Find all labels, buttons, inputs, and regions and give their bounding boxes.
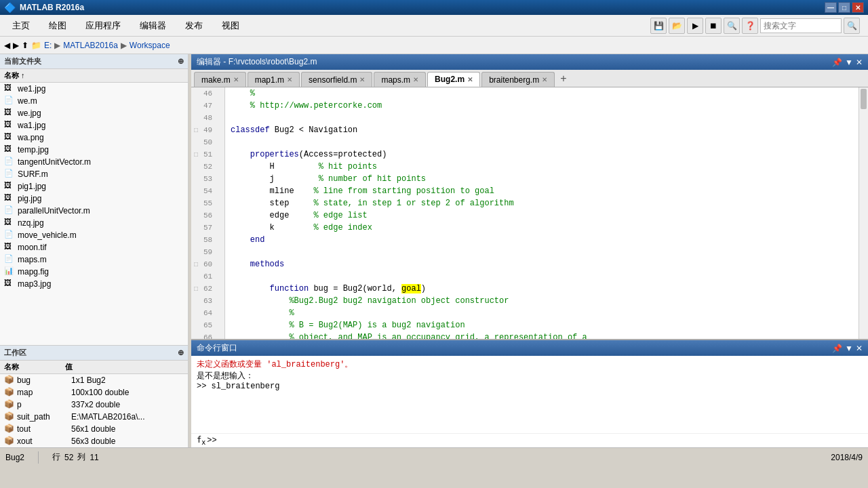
search-input[interactable] <box>760 18 842 33</box>
tab-close-icon[interactable]: ✕ <box>359 76 365 83</box>
file-item[interactable]: 🖼we1.jpg <box>0 83 188 95</box>
workspace-item[interactable]: 📦suit_pathE:\MATLAB2016a\... <box>0 411 188 423</box>
nav-forward[interactable]: ▶ <box>13 41 19 50</box>
ws-col-name[interactable]: 名称 <box>4 362 65 372</box>
file-item[interactable]: 📄tangentUnitVector.m <box>0 156 188 168</box>
file-type-icon: 📄 <box>4 254 15 265</box>
editor-tab-Bug2m[interactable]: Bug2.m✕ <box>427 72 480 87</box>
menu-plot[interactable]: 绘图 <box>39 17 76 35</box>
menu-editor[interactable]: 编辑器 <box>130 17 176 35</box>
collapse-icon[interactable]: □ <box>194 285 202 293</box>
editor-collapse[interactable]: ▼ <box>845 58 853 67</box>
toolbar-icon-6[interactable]: ❓ <box>742 18 758 34</box>
file-panel-controls[interactable]: ⊕ <box>178 57 184 66</box>
file-type-icon: 🖼 <box>4 144 15 155</box>
line-number: 66 <box>203 333 212 339</box>
editor-tab-sensorfieldm[interactable]: sensorfield.m✕ <box>301 72 372 87</box>
line-number-row: 47 <box>191 100 224 112</box>
workspace-item[interactable]: 📦bug1x1 Bug2 <box>0 374 188 386</box>
tab-close-icon[interactable]: ✕ <box>542 76 547 83</box>
cmd-line: 未定义函数或变量 'al_braitenberg'。 <box>197 359 863 370</box>
line-number-row: 63 <box>191 295 224 307</box>
toolbar-icon-3[interactable]: ▶ <box>687 18 703 34</box>
ws-col-value[interactable]: 值 <box>65 362 184 372</box>
file-item[interactable]: 📄we.m <box>0 95 188 107</box>
menu-publish[interactable]: 发布 <box>176 17 212 35</box>
path-matlab[interactable]: MATLAB2016a <box>63 41 118 50</box>
tab-close-icon[interactable]: ✕ <box>467 76 473 83</box>
app-icon: 🔷 <box>4 2 16 13</box>
file-item[interactable]: 📊mapg.fig <box>0 266 188 278</box>
line-number: 58 <box>203 236 212 244</box>
toolbar-icon-4[interactable]: ⏹ <box>705 18 722 34</box>
workspace-item[interactable]: 📦tout56x1 double <box>0 423 188 435</box>
workspace-item[interactable]: 📦p337x2 double <box>0 399 188 411</box>
editor-tab-mapsm[interactable]: maps.m✕ <box>374 72 426 87</box>
tab-close-icon[interactable]: ✕ <box>287 76 292 83</box>
editor-tab-map1m[interactable]: map1.m✕ <box>248 72 300 87</box>
file-item[interactable]: 🖼wa1.jpg <box>0 119 188 131</box>
collapse-icon[interactable]: □ <box>194 127 202 134</box>
editor-close[interactable]: ✕ <box>856 58 863 67</box>
line-number: 59 <box>203 248 212 256</box>
path-drive[interactable]: E: <box>44 41 52 50</box>
editor-scrollbar[interactable] <box>859 87 868 339</box>
file-item[interactable]: 🖼map3.jpg <box>0 278 188 290</box>
add-tab-button[interactable]: + <box>556 70 570 87</box>
file-item[interactable]: 📄SURF.m <box>0 168 188 180</box>
file-name: we.jpg <box>18 108 41 118</box>
menu-apps[interactable]: 应用程序 <box>76 17 130 35</box>
toolbar-icon-1[interactable]: 💾 <box>650 18 667 34</box>
search-icon[interactable]: 🔍 <box>844 18 860 34</box>
path-workspace[interactable]: Workspace <box>130 41 170 50</box>
close-button[interactable]: ✕ <box>852 2 864 13</box>
file-item[interactable]: 📄move_vehicle.m <box>0 229 188 241</box>
file-item[interactable]: 🖼pig1.jpg <box>0 180 188 192</box>
file-item[interactable]: 📄parallelUnitVector.m <box>0 205 188 217</box>
file-item[interactable]: 🖼we.jpg <box>0 107 188 119</box>
editor-tab-braitenbergm[interactable]: braitenberg.m✕ <box>481 72 555 87</box>
file-item[interactable]: 🖼temp.jpg <box>0 144 188 156</box>
nav-up[interactable]: ⬆ <box>22 41 28 50</box>
file-item[interactable]: 🖼wa.png <box>0 131 188 144</box>
status-col-label: 列 <box>77 451 85 463</box>
file-name: temp.jpg <box>18 145 49 155</box>
editor-pin[interactable]: 📌 <box>832 58 842 67</box>
editor-tab-makem[interactable]: make.m✕ <box>194 72 246 87</box>
tab-label: sensorfield.m <box>309 75 357 85</box>
line-number-row: 58 <box>191 234 224 246</box>
file-item[interactable]: 🖼nzq.jpg <box>0 217 188 229</box>
cmd-input[interactable] <box>220 436 863 445</box>
menu-view[interactable]: 视图 <box>212 17 249 35</box>
var-icon: 📦 <box>4 387 15 398</box>
file-item[interactable]: 🖼moon.tif <box>0 241 188 253</box>
workspace-item[interactable]: 📦xout56x3 double <box>0 435 188 447</box>
minimize-button[interactable]: — <box>825 2 837 13</box>
file-item[interactable]: 🖼pig.jpg <box>0 192 188 205</box>
line-number: 61 <box>203 272 212 281</box>
file-type-icon: 🖼 <box>4 242 15 253</box>
file-name: wa.png <box>18 133 44 142</box>
code-area[interactable]: % % http://www.petercorke.comclassdef Bu… <box>225 87 859 339</box>
collapse-icon[interactable]: □ <box>194 261 202 268</box>
workspace-item[interactable]: 📦map100x100 double <box>0 386 188 399</box>
cmd-input-row[interactable]: fx >> <box>191 433 868 447</box>
file-name: we1.jpg <box>18 84 45 94</box>
file-item[interactable]: 📄maps.m <box>0 253 188 266</box>
menu-home[interactable]: 主页 <box>3 17 39 35</box>
toolbar-icon-5[interactable]: 🔍 <box>724 18 740 34</box>
nav-back[interactable]: ◀ <box>4 41 10 50</box>
var-value: 56x3 double <box>71 436 115 446</box>
cmd-collapse[interactable]: ▼ <box>845 344 853 353</box>
file-col-name[interactable]: 名称 ↑ <box>4 70 184 81</box>
tab-close-icon[interactable]: ✕ <box>413 76 418 83</box>
workspace-controls[interactable]: ⊕ <box>178 348 184 357</box>
collapse-icon[interactable]: □ <box>194 151 202 159</box>
file-name: wa1.jpg <box>18 121 45 130</box>
maximize-button[interactable]: □ <box>838 2 850 13</box>
cmd-close[interactable]: ✕ <box>856 344 863 353</box>
file-type-icon: 📄 <box>4 96 15 106</box>
cmd-pin[interactable]: 📌 <box>832 344 842 353</box>
tab-close-icon[interactable]: ✕ <box>233 76 239 83</box>
toolbar-icon-2[interactable]: 📂 <box>669 18 685 34</box>
